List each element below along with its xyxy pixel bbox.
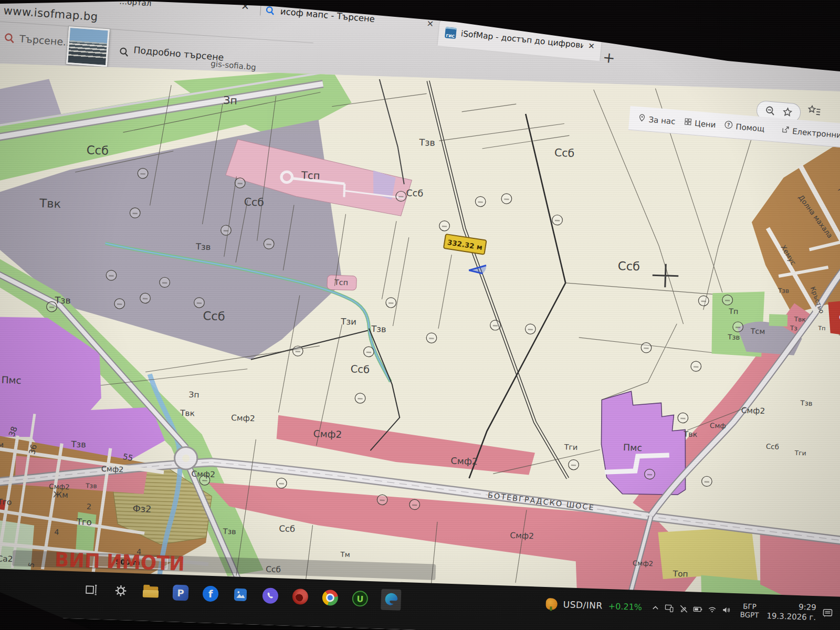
tray-icon-pen-off[interactable] [679, 604, 689, 613]
map-label: Смф2 [101, 465, 124, 474]
map-label: Ссб [244, 195, 264, 208]
stock-widget-icon[interactable] [545, 598, 558, 610]
taskbar-icon-edge[interactable] [381, 589, 401, 611]
map-label: Ссб [350, 363, 370, 376]
nav-link-pin[interactable]: За нас [637, 113, 676, 127]
grid-icon [683, 117, 692, 128]
taskbar-app-icons: PfU [81, 578, 401, 612]
map-label: Тзв [70, 439, 86, 450]
nav-link-label: Помощ [736, 122, 765, 133]
language-line1: БГР [740, 602, 759, 611]
stock-pair[interactable]: USD/INR [563, 599, 603, 611]
parcel-id-marker [276, 478, 287, 488]
map-label: Тзв [54, 295, 71, 306]
parcel-id-marker [552, 215, 562, 225]
map-label: Ссб [766, 443, 779, 451]
map-label: Твк [180, 408, 195, 418]
taskbar-icon-p-app[interactable]: P [171, 582, 190, 603]
nav-link-label: Електронни услуги [792, 127, 840, 142]
address-bar-url[interactable]: www.isofmap.bg [3, 4, 98, 23]
tray-icon-chevron-up[interactable] [651, 603, 660, 612]
parcel-id-marker [733, 322, 743, 332]
search-favicon-icon [265, 5, 275, 15]
stock-change[interactable]: +0.21% [608, 601, 642, 612]
gis-favicon: ГИС [445, 27, 457, 39]
notification-icon[interactable] [822, 607, 834, 620]
search-input[interactable]: Търсене... [19, 33, 73, 48]
map-label: Тзв [195, 242, 211, 252]
nav-link-label: За нас [648, 114, 676, 126]
taskbar-icon-utorrent[interactable]: U [351, 588, 369, 610]
map-label: Фз2 [132, 503, 151, 514]
star-icon[interactable] [782, 107, 793, 118]
background-tab-title[interactable]: …ортал [119, 0, 152, 8]
map-label: Смф2 [313, 428, 342, 440]
taskbar-icon-photos[interactable] [231, 584, 249, 605]
tray-icon-phone-link[interactable] [665, 603, 675, 613]
map-label: Тм [340, 551, 350, 559]
new-tab-button[interactable]: + [602, 48, 616, 67]
map-label: Ссб [203, 309, 225, 323]
external-icon [781, 125, 790, 136]
map-label: Смф2 [741, 406, 765, 416]
tab-close-icon[interactable]: ✕ [587, 41, 595, 51]
parcel-id-marker [140, 293, 150, 303]
zoom-out-icon[interactable] [764, 105, 776, 117]
parcel-id-marker [701, 476, 712, 487]
tab-isof-maps-search[interactable]: исоф мапс - Търсене ✕ [264, 0, 434, 35]
parcel-id-marker [722, 295, 733, 305]
taskbar-icon-red-app[interactable] [291, 586, 309, 607]
taskbar-icon-file-explorer[interactable] [141, 581, 160, 603]
tab-isofmap-active[interactable]: ГИС iSofMap - достъп до цифрови да ✕ [437, 17, 602, 61]
parcel-id-marker [355, 393, 365, 404]
map-label: Ссб [617, 259, 640, 273]
suggestion-site[interactable]: gis-sofia.bg [211, 59, 257, 72]
map-label: 2 [87, 502, 92, 511]
clock[interactable]: 9:29 19.3.2026 г. [766, 601, 816, 623]
nav-link-external[interactable]: Електронни услуги [781, 125, 840, 143]
map-label: Тзв [85, 482, 97, 490]
nav-link-question[interactable]: ?Помощ [724, 120, 765, 134]
parcel-id-marker [363, 346, 374, 357]
map-canvas[interactable]: 332.32 м 500 m ЗпСсбТвкТспСсбТзвСсбСсбТз… [0, 64, 840, 602]
map-label: Тзв [727, 333, 740, 341]
map-label: Пмс [1, 374, 22, 386]
background-tab-close-icon[interactable]: ✕ [240, 0, 249, 12]
nav-link-label: Цени [694, 118, 716, 129]
tray-icon-battery[interactable] [693, 604, 704, 614]
map-viewport[interactable]: 332.32 м 500 m ЗпСсбТвкТспСсбТзвСсбСсбТз… [0, 64, 840, 602]
taskbar-icon-settings[interactable] [111, 580, 130, 602]
question-icon: ? [724, 120, 734, 132]
map-label: Тзв [778, 287, 790, 295]
zone-top [656, 524, 760, 584]
tray-icon-wifi[interactable] [708, 605, 718, 614]
map-label: Са2 [0, 554, 13, 564]
map-label: Тзи [340, 317, 356, 327]
map-label: Тзв [838, 333, 840, 341]
taskbar-icon-chrome[interactable] [321, 587, 339, 608]
map-label: Тзв [371, 324, 386, 334]
parcel-id-marker [678, 413, 688, 423]
map-label: Тп [728, 307, 739, 316]
bookmark-list-icon[interactable] [806, 104, 821, 120]
parcel-id-marker [106, 270, 117, 280]
site-preview-thumbnail[interactable] [66, 26, 110, 67]
taskbar-icon-facebook[interactable]: f [201, 583, 219, 604]
tab-close-icon[interactable]: ✕ [426, 18, 434, 29]
parcel-id-marker [644, 469, 655, 479]
tab-title: iSofMap - достъп до цифрови да [460, 29, 584, 50]
tray-icon-speaker[interactable] [722, 605, 732, 615]
map-label: Смф2 [450, 456, 478, 467]
system-tray [651, 603, 731, 614]
parcel-id-marker [691, 361, 701, 372]
taskbar-icon-viber[interactable] [261, 585, 279, 606]
map-label: Тго [0, 497, 12, 507]
map-label: Ссб [554, 146, 574, 160]
taskbar-icon-task-view[interactable] [81, 579, 100, 601]
map-label: Смф2 [49, 482, 70, 491]
language-indicator[interactable]: БГР BGPT [740, 602, 759, 620]
parcel-id-marker [194, 298, 204, 308]
parcel-id-marker [292, 346, 303, 356]
parcel-id-marker [138, 168, 148, 178]
nav-link-grid[interactable]: Цени [683, 117, 716, 130]
